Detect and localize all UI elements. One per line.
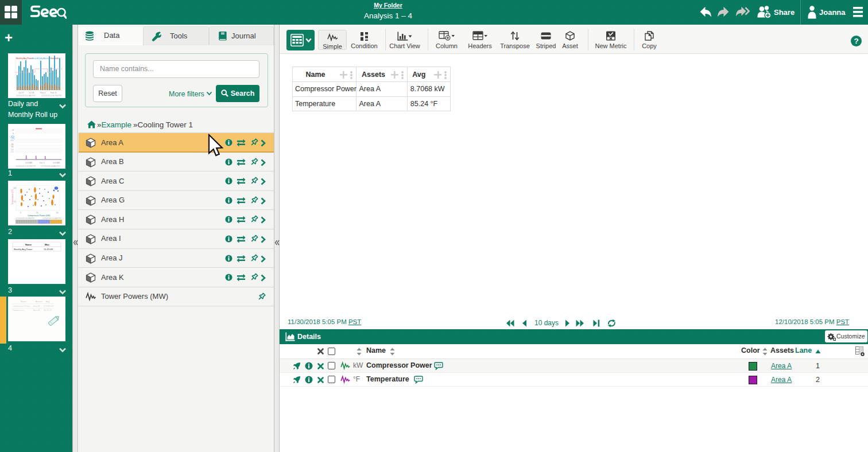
svg-text:2/17/2018 10:26 PM PST: 2/17/2018 10:26 PM PST: [41, 95, 62, 97]
svg-text:Jul 28: Jul 28: [29, 92, 34, 94]
svg-text:0: 0: [20, 212, 21, 214]
svg-text:Name: Name: [25, 243, 32, 246]
svg-text:Dec 5: Dec 5: [40, 162, 45, 164]
svg-text:60: 60: [56, 212, 59, 214]
svg-text:Max: Max: [45, 243, 50, 246]
svg-text:12/24/2018 9:00 AM PST: 12/24/2018 9:00 AM PST: [42, 217, 62, 220]
svg-text:Assets: Assets: [36, 301, 42, 303]
svg-text:85.24 °F: 85.24 °F: [44, 309, 52, 311]
svg-text:Avg: Avg: [46, 301, 49, 303]
svg-text:0:00 AM: 0:00 AM: [53, 162, 60, 164]
svg-text:13.49 kW: 13.49 kW: [44, 248, 53, 251]
svg-text:Temperature: Temperature: [13, 309, 24, 311]
svg-text:75: 75: [14, 201, 16, 203]
svg-text:Compressor Power: Compressor Power: [13, 305, 31, 307]
svg-text:42: 42: [12, 129, 14, 131]
svg-text:Monthly Avg Power: Monthly Avg Power: [14, 248, 33, 251]
svg-text:12/4/2018 12:24 PM PST: 12/4/2018 12:24 PM PST: [16, 165, 36, 167]
svg-text:8.7068 kW: 8.7068 kW: [44, 305, 54, 307]
svg-text:Jul 27: Jul 27: [18, 92, 24, 94]
svg-text:Feb 4: Feb 4: [40, 92, 45, 94]
svg-text:20: 20: [36, 212, 38, 214]
svg-text:Area A: Area A: [33, 305, 40, 307]
svg-text:1/15/2018 4:41 AM PST: 1/15/2018 4:41 AM PST: [16, 95, 36, 97]
svg-text:100: 100: [13, 187, 17, 189]
svg-text:threshold: threshold: [51, 57, 59, 60]
svg-text:Monthly Avg Power: Monthly Avg Power: [16, 57, 33, 60]
svg-text:12/19/2018 5:00 PM PST: 12/19/2018 5:00 PM PST: [16, 217, 35, 220]
svg-text:1.5: 1.5: [11, 151, 14, 153]
svg-text:Area A: Area A: [33, 309, 40, 311]
svg-text:Compressor Power (kW): Compressor Power (kW): [28, 215, 50, 217]
svg-text:Feb 11: Feb 11: [51, 92, 57, 94]
svg-text:0:00 AM: 0:00 AM: [25, 162, 33, 164]
svg-text:82: 82: [11, 146, 14, 148]
svg-text:Name: Name: [21, 301, 26, 303]
svg-text:12/7/2018 8:48 AM PST: 12/7/2018 8:48 AM PST: [41, 165, 60, 167]
svg-text:Area A Daily Average: Area A Daily Average: [32, 57, 51, 60]
